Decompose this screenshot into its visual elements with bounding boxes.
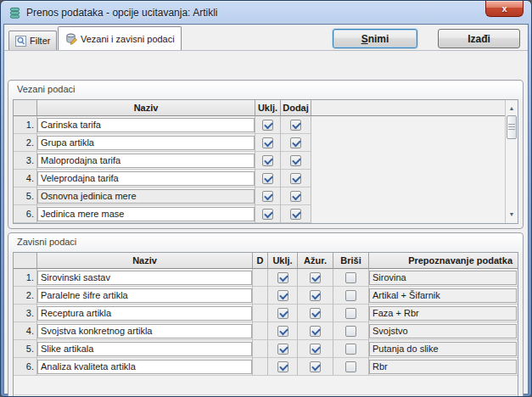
brisi-checkbox[interactable]: [345, 344, 356, 355]
uklj-checkbox[interactable]: [262, 191, 273, 202]
naziv-cell[interactable]: Analiza kvaliteta artikla: [37, 360, 252, 374]
brisi-checkbox[interactable]: [345, 326, 356, 337]
naziv-cell[interactable]: Slike artikala: [37, 342, 252, 356]
row-number[interactable]: 2.: [14, 287, 37, 305]
uklj-checkbox[interactable]: [277, 272, 288, 283]
close-button[interactable]: x: [485, 1, 524, 17]
group-caption: Vezani podaci: [17, 84, 76, 94]
row-selector-header: [14, 100, 37, 116]
uklj-checkbox[interactable]: [262, 155, 273, 166]
prepoznavanje-cell[interactable]: Svojstvo: [369, 324, 517, 338]
column-header-azur[interactable]: Ažur.: [298, 253, 333, 269]
row-number[interactable]: 5.: [14, 187, 37, 205]
uklj-checkbox[interactable]: [277, 290, 288, 301]
column-header-naziv[interactable]: Naziv: [37, 100, 255, 116]
dialog-content: Filter Vezani i zavisni podaci Snimi Iza…: [4, 25, 528, 394]
group-vezani-podaci: Vezani podaci Naziv Uklj. Dodaj 1. Carin: [8, 80, 524, 229]
azur-checkbox[interactable]: [310, 326, 321, 337]
save-button[interactable]: Snimi: [333, 29, 417, 48]
prepoznavanje-cell[interactable]: Putanja do slike: [369, 342, 517, 356]
tab-vezani-i-zavisni-podaci[interactable]: Vezani i zavisni podaci: [58, 26, 182, 50]
naziv-cell[interactable]: Maloprodajna tarifa: [37, 154, 255, 168]
uklj-checkbox[interactable]: [262, 173, 273, 184]
column-header-brisi[interactable]: Briši: [333, 253, 369, 269]
dodaj-checkbox[interactable]: [290, 191, 301, 202]
uklj-checkbox[interactable]: [277, 361, 288, 372]
zavisni-header-row: Naziv D Uklj. Ažur. Briši Prepoznavanje …: [14, 253, 518, 269]
group-zavisni-podaci: Zavisni podaci Naziv D Uklj. Ažur. Briši…: [8, 232, 524, 397]
brisi-checkbox[interactable]: [345, 361, 356, 372]
azur-checkbox[interactable]: [310, 290, 321, 301]
table-row: 1. Carinska tarifa: [14, 116, 505, 134]
naziv-cell[interactable]: Grupa artikla: [37, 136, 255, 150]
prepoznavanje-cell[interactable]: Rbr: [369, 360, 517, 374]
row-number[interactable]: 4.: [14, 170, 37, 187]
brisi-checkbox[interactable]: [345, 272, 356, 283]
naziv-cell[interactable]: Osnovna jedinica mere: [37, 189, 255, 204]
row-number[interactable]: 1.: [14, 269, 37, 287]
uklj-checkbox[interactable]: [277, 326, 288, 337]
table-row: 4. Veleprodajna tarifa: [14, 170, 505, 187]
group-caption: Zavisni podaci: [17, 237, 76, 247]
naziv-cell[interactable]: Paralelne šifre artikla: [37, 288, 252, 303]
prepoznavanje-cell[interactable]: Artikal + Šifarnik: [369, 288, 517, 303]
row-number[interactable]: 6.: [14, 358, 37, 376]
row-number[interactable]: 3.: [14, 305, 37, 322]
column-header-uklj[interactable]: Uklj.: [255, 100, 281, 116]
row-number[interactable]: 1.: [14, 116, 37, 134]
vertical-scrollbar-thumb[interactable]: [507, 115, 517, 139]
azur-checkbox[interactable]: [310, 344, 321, 355]
scroll-down-icon[interactable]: ▼: [506, 210, 518, 220]
table-row: 4. Svojstva konkretnog artikla Svojstvo: [14, 322, 518, 340]
dodaj-checkbox[interactable]: [290, 209, 301, 220]
naziv-cell[interactable]: Carinska tarifa: [37, 118, 255, 132]
row-number[interactable]: 5.: [14, 340, 37, 358]
uklj-checkbox[interactable]: [277, 344, 288, 355]
dodaj-checkbox[interactable]: [290, 173, 301, 184]
naziv-cell[interactable]: Receptura artikla: [37, 306, 252, 321]
dialog-window: Prenos podataka - opcije ucitavanja: Art…: [0, 0, 532, 397]
column-header-uklj[interactable]: Uklj.: [268, 253, 298, 269]
exit-button[interactable]: Izađi: [438, 29, 520, 48]
prepoznavanje-cell[interactable]: Sirovina: [369, 271, 517, 285]
title-bar[interactable]: Prenos podataka - opcije ucitavanja: Art…: [1, 1, 531, 25]
dodaj-checkbox[interactable]: [290, 155, 301, 166]
table-row: 6. Analiza kvaliteta artikla Rbr: [14, 358, 518, 376]
tab-vezani-label: Vezani i zavisni podaci: [81, 34, 175, 44]
filter-search-icon: [15, 36, 26, 47]
column-header-dodaj[interactable]: Dodaj: [281, 100, 311, 116]
column-header-prepoznavanje[interactable]: Prepoznavanje podatka: [369, 253, 518, 269]
dodaj-checkbox[interactable]: [290, 137, 301, 148]
scroll-up-icon[interactable]: ▲: [506, 103, 518, 114]
brisi-checkbox[interactable]: [345, 308, 356, 319]
dodaj-checkbox[interactable]: [290, 120, 301, 131]
azur-checkbox[interactable]: [310, 272, 321, 283]
azur-checkbox[interactable]: [310, 308, 321, 319]
azur-checkbox[interactable]: [310, 361, 321, 372]
vertical-scrollbar[interactable]: ▲ ▼: [505, 100, 518, 223]
database-edit-icon: [64, 32, 77, 45]
naziv-cell[interactable]: Sirovinski sastav: [37, 271, 252, 285]
tab-filter[interactable]: Filter: [8, 31, 57, 50]
row-number[interactable]: 3.: [14, 152, 37, 170]
header-filler: [311, 100, 505, 116]
row-number[interactable]: 6.: [14, 205, 37, 223]
table-row: 5. Osnovna jedinica mere: [14, 187, 505, 205]
brisi-checkbox[interactable]: [345, 290, 356, 301]
table-row: 6. Jedinica mere mase: [14, 205, 505, 223]
uklj-checkbox[interactable]: [262, 209, 273, 220]
prepoznavanje-cell[interactable]: Faza + Rbr: [369, 306, 517, 321]
column-header-d[interactable]: D: [253, 253, 268, 269]
row-number[interactable]: 2.: [14, 134, 37, 152]
naziv-cell[interactable]: Veleprodajna tarifa: [37, 171, 255, 186]
window-title: Prenos podataka - opcije ucitavanja: Art…: [26, 7, 217, 19]
uklj-checkbox[interactable]: [262, 137, 273, 148]
column-header-naziv[interactable]: Naziv: [37, 253, 253, 269]
row-number[interactable]: 4.: [14, 322, 37, 340]
naziv-cell[interactable]: Jedinica mere mase: [37, 207, 255, 221]
zavisni-grid: Naziv D Uklj. Ažur. Briši Prepoznavanje …: [13, 252, 518, 397]
uklj-checkbox[interactable]: [262, 120, 273, 131]
naziv-cell[interactable]: Svojstva konkretnog artikla: [37, 324, 252, 338]
uklj-checkbox[interactable]: [277, 308, 288, 319]
d-cell: [253, 305, 268, 322]
